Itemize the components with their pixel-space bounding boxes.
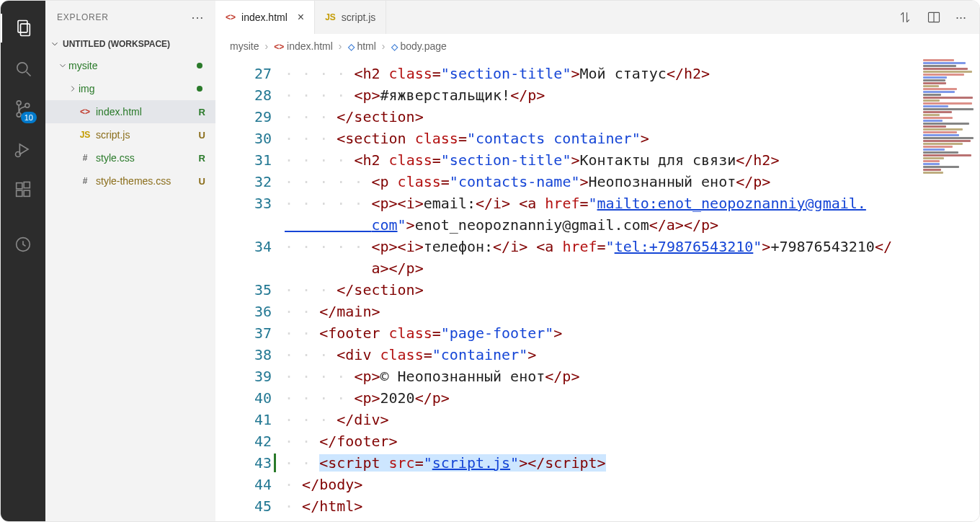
minimap[interactable] <box>920 58 979 188</box>
compare-icon[interactable] <box>898 10 912 25</box>
tab-actions: ··· <box>898 1 979 34</box>
breadcrumb-item[interactable]: <> index.html <box>274 40 333 52</box>
activity-scm[interactable]: 10 <box>1 89 45 129</box>
modified-dot <box>197 86 202 92</box>
chevron-down-icon <box>50 39 60 49</box>
files-icon <box>13 18 33 38</box>
history-icon <box>13 234 33 255</box>
editor-tab[interactable]: JSscript.js <box>315 1 386 34</box>
code-content[interactable]: · · · · <h2 class="section-title">Мой ст… <box>285 58 979 521</box>
editor-tabs: <>index.html×JSscript.js ··· <box>215 1 979 34</box>
breadcrumb-item[interactable]: ◇ body.page <box>391 40 447 52</box>
file-row[interactable]: #style-themes.cssU <box>45 169 215 193</box>
svg-rect-9 <box>17 183 22 189</box>
svg-point-2 <box>17 63 27 73</box>
activity-bar: 10 <box>1 1 45 521</box>
tree-label: img <box>79 83 95 94</box>
breadcrumbs[interactable]: mysite›<> index.html›◇ html›◇ body.page <box>215 34 979 58</box>
svg-rect-0 <box>18 21 27 32</box>
folder-row[interactable]: img <box>45 77 215 100</box>
file-row[interactable]: JSscript.jsU <box>45 123 215 146</box>
vcs-status: R <box>199 153 205 164</box>
editor-area: <>index.html×JSscript.js ··· mysite›<> i… <box>215 1 979 521</box>
activity-extensions[interactable] <box>1 169 45 210</box>
activity-search[interactable] <box>1 48 45 89</box>
svg-rect-11 <box>24 190 30 196</box>
svg-rect-10 <box>17 190 22 196</box>
file-row[interactable]: <>index.htmlR <box>45 100 215 123</box>
split-icon[interactable] <box>927 10 941 25</box>
tree-label: style.css <box>96 152 135 164</box>
activity-debug[interactable] <box>1 129 45 169</box>
vcs-status: U <box>199 176 205 187</box>
explorer-header: EXPLORER ··· <box>45 1 215 34</box>
line-gutter: 27282930313233343536373839404142434445 <box>215 58 285 521</box>
svg-marker-7 <box>19 144 28 154</box>
scm-badge: 10 <box>21 112 37 123</box>
tab-label: script.js <box>342 12 375 23</box>
tree-label: mysite <box>68 60 97 71</box>
play-bug-icon <box>13 139 33 159</box>
svg-line-3 <box>27 72 31 76</box>
breadcrumb-item[interactable]: ◇ html <box>348 40 376 52</box>
more-icon[interactable]: ··· <box>192 10 204 25</box>
breadcrumb-item[interactable]: mysite <box>230 40 259 52</box>
tree-label: script.js <box>96 129 130 141</box>
explorer-sidebar: EXPLORER ··· UNTITLED (WORKSPACE) mysite… <box>45 1 215 521</box>
svg-rect-12 <box>24 182 30 188</box>
folder-row[interactable]: mysite <box>45 54 215 77</box>
tab-label: index.html <box>241 12 288 23</box>
workspace-root[interactable]: UNTITLED (WORKSPACE) <box>45 34 215 54</box>
file-row[interactable]: #style.cssR <box>45 146 215 169</box>
explorer-title: EXPLORER <box>57 12 109 22</box>
svg-point-4 <box>17 101 21 105</box>
activity-explorer[interactable] <box>1 8 45 48</box>
close-icon[interactable]: × <box>298 11 304 24</box>
svg-rect-1 <box>21 24 30 35</box>
tree-label: style-themes.css <box>96 175 171 187</box>
extensions-icon <box>13 180 33 200</box>
vcs-status: U <box>199 130 205 141</box>
editor-tab[interactable]: <>index.html× <box>215 1 315 34</box>
search-icon <box>13 58 33 79</box>
file-tree: mysiteimg<>index.htmlRJSscript.jsU#style… <box>45 54 215 193</box>
activity-timeline[interactable] <box>1 224 45 265</box>
more-icon[interactable]: ··· <box>956 10 966 25</box>
modified-dot <box>197 63 202 68</box>
code-editor[interactable]: 27282930313233343536373839404142434445 ·… <box>215 58 979 521</box>
svg-point-6 <box>25 103 30 107</box>
workspace-label: UNTITLED (WORKSPACE) <box>63 39 170 49</box>
tree-label: index.html <box>96 106 142 118</box>
vcs-status: R <box>199 107 205 118</box>
